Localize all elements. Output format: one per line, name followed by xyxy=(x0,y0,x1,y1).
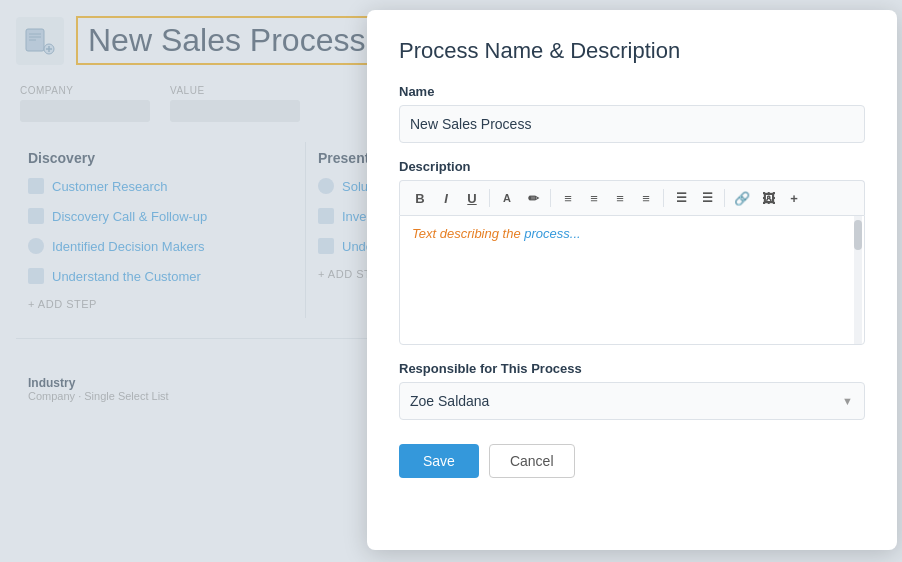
editor-toolbar: B I U A ✏ ≡ ≡ ≡ ≡ ☰ ☰ 🔗 🖼 + xyxy=(399,180,865,215)
image-button[interactable]: 🖼 xyxy=(756,186,780,210)
unordered-list-button[interactable]: ☰ xyxy=(695,186,719,210)
name-label: Name xyxy=(399,84,865,99)
process-modal: Process Name & Description Name Descript… xyxy=(367,10,897,550)
save-button[interactable]: Save xyxy=(399,444,479,478)
ordered-list-button[interactable]: ☰ xyxy=(669,186,693,210)
cancel-button[interactable]: Cancel xyxy=(489,444,575,478)
link-button[interactable]: 🔗 xyxy=(730,186,754,210)
more-button[interactable]: + xyxy=(782,186,806,210)
font-color-button[interactable]: A xyxy=(495,186,519,210)
modal-title: Process Name & Description xyxy=(399,38,865,64)
italic-button[interactable]: I xyxy=(434,186,458,210)
highlight-button[interactable]: ✏ xyxy=(521,186,545,210)
editor-placeholder-link: process... xyxy=(524,226,580,241)
name-input[interactable] xyxy=(399,105,865,143)
editor-scrollbar[interactable] xyxy=(854,216,862,344)
modal-footer: Save Cancel xyxy=(399,444,865,478)
editor-body[interactable]: Text describing the process... xyxy=(399,215,865,345)
description-label: Description xyxy=(399,159,865,174)
scrollbar-thumb xyxy=(854,220,862,250)
bold-button[interactable]: B xyxy=(408,186,432,210)
divider xyxy=(663,189,664,207)
responsible-select[interactable]: Zoe Saldana xyxy=(399,382,865,420)
responsible-label: Responsible for This Process xyxy=(399,361,865,376)
divider xyxy=(489,189,490,207)
editor-placeholder: Text describing the process... xyxy=(412,226,852,241)
align-center-button[interactable]: ≡ xyxy=(582,186,606,210)
underline-button[interactable]: U xyxy=(460,186,484,210)
align-justify-button[interactable]: ≡ xyxy=(634,186,658,210)
responsible-select-wrapper: Zoe Saldana ▼ xyxy=(399,382,865,420)
description-section: Description B I U A ✏ ≡ ≡ ≡ ≡ ☰ ☰ 🔗 🖼 + … xyxy=(399,159,865,345)
responsible-section: Responsible for This Process Zoe Saldana… xyxy=(399,361,865,420)
divider xyxy=(724,189,725,207)
align-left-button[interactable]: ≡ xyxy=(556,186,580,210)
align-right-button[interactable]: ≡ xyxy=(608,186,632,210)
divider xyxy=(550,189,551,207)
